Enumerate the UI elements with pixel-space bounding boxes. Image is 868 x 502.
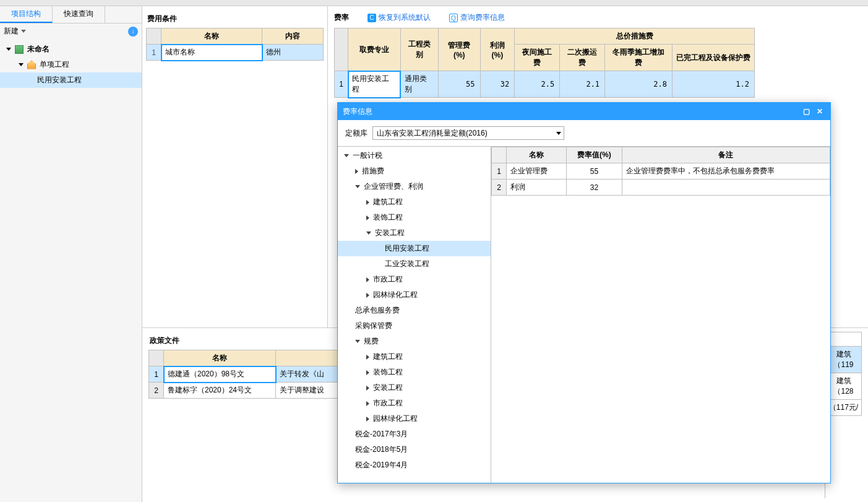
- table-row[interactable]: 建筑（119: [826, 347, 862, 373]
- caret-icon: [366, 355, 369, 360]
- dialog-title: 费率信息: [343, 106, 372, 117]
- reset-icon: C: [367, 14, 376, 22]
- tree-item[interactable]: 装饰工程: [338, 365, 491, 380]
- cost-condition-title: 费用条件: [146, 10, 324, 28]
- col-content: 内容: [262, 28, 324, 45]
- project-tree: 未命名 单项工程 民用安装工程: [0, 39, 142, 90]
- tree-leaf[interactable]: 民用安装工程: [0, 72, 142, 88]
- new-button[interactable]: 新建: [4, 26, 26, 37]
- city-name-cell[interactable]: 城市名称: [161, 45, 262, 61]
- tree-item[interactable]: 采购保管费: [338, 318, 491, 334]
- rate-detail-panel: 名称 费率值(%) 备注 1 企业管理费 55 企业管理费费率中，不包括总承包服…: [491, 146, 830, 483]
- table-row[interactable]: 1 城市名称 德州: [147, 45, 324, 61]
- tree-item[interactable]: 总承包服务费: [338, 303, 491, 318]
- cost-condition-table: 名称 内容 1 城市名称 德州: [146, 28, 324, 61]
- tree-item[interactable]: 安装工程: [338, 225, 491, 241]
- table-row[interactable]: 1 企业管理费 55 企业管理费费率中，不包括总承包服务费费率: [492, 163, 830, 180]
- tree-item[interactable]: 企业管理费、利润: [338, 179, 491, 194]
- table-row[interactable]: 建筑（128: [826, 373, 862, 400]
- table-row[interactable]: （117元/: [826, 400, 862, 416]
- col-type: 工程类别: [400, 28, 438, 71]
- policy-title: 政策文件: [148, 332, 340, 350]
- caret-icon: [366, 417, 369, 422]
- policy-table: 名称 1 德建通（2020）98号文 关于转发《山 2: [148, 350, 340, 399]
- tree-sub[interactable]: 单项工程: [0, 57, 142, 72]
- major-cell[interactable]: 民用安装工程: [348, 71, 401, 98]
- left-tabs: 项目结构 快速查询: [0, 6, 142, 24]
- maximize-icon[interactable]: ▢: [801, 107, 812, 116]
- tree-item[interactable]: 一般计税: [338, 148, 491, 163]
- quota-lib-select[interactable]: 山东省安装工程消耗量定额(2016): [372, 126, 564, 140]
- col-note: 备注: [622, 147, 830, 163]
- rate-detail-table: 名称 费率值(%) 备注 1 企业管理费 55 企业管理费费率中，不包括总承包服…: [491, 147, 830, 196]
- top-tabs: [0, 0, 868, 6]
- search-icon: Q: [449, 14, 458, 22]
- tree-item-selected[interactable]: 民用安装工程: [338, 241, 491, 256]
- caret-icon: [366, 215, 369, 220]
- tree-item[interactable]: 市政工程: [338, 272, 491, 287]
- tree-item[interactable]: 措施费: [338, 163, 491, 179]
- col-name: 名称: [164, 350, 276, 366]
- tree-item[interactable]: 园林绿化工程: [338, 411, 491, 426]
- rate-table: 取费专业 工程类别 管理费(%) 利润(%) 总价措施费 夜间施工费 二次搬运费…: [334, 28, 755, 98]
- caret-icon: [366, 386, 369, 391]
- tree-item[interactable]: 规费: [338, 334, 491, 349]
- caret-icon: [366, 293, 369, 298]
- tree-item[interactable]: 园林绿化工程: [338, 287, 491, 303]
- rate-title: 费率: [334, 12, 349, 23]
- tree-item[interactable]: 税金-2019年4月: [338, 457, 491, 473]
- col-night: 夜间施工费: [515, 45, 560, 71]
- chevron-down-icon: [556, 132, 561, 135]
- col-protect: 已完工程及设备保护费: [672, 45, 755, 71]
- tree-root[interactable]: 未命名: [0, 41, 142, 57]
- tree-item[interactable]: 建筑工程: [338, 349, 491, 365]
- col-major: 取费专业: [348, 28, 401, 71]
- chevron-down-icon: [21, 30, 26, 33]
- col-mgmt: 管理费(%): [438, 28, 480, 71]
- rate-tree: 一般计税 措施费 企业管理费、利润 建筑工程 装饰工程 安装工程 民用安装工程 …: [338, 146, 491, 483]
- caret-icon: [355, 185, 360, 188]
- table-row[interactable]: 1 民用安装工程 通用类别 55 32 2.5 2.1 2.8 1.2: [335, 71, 755, 98]
- table-row[interactable]: 2 利润 32: [492, 180, 830, 196]
- col-name: 名称: [161, 28, 262, 45]
- tree-item[interactable]: 工业安装工程: [338, 256, 491, 272]
- rate-info-dialog: 费率信息 ▢ ✕ 定额库 山东省安装工程消耗量定额(2016) 一般计税 措施费…: [337, 102, 831, 483]
- caret-icon: [366, 232, 371, 235]
- tab-project-structure[interactable]: 项目结构: [0, 6, 53, 23]
- caret-icon: [366, 200, 369, 205]
- table-row[interactable]: 1 德建通（2020）98号文 关于转发《山: [149, 366, 340, 383]
- caret-icon: [6, 48, 11, 51]
- col-value: 费率值(%): [566, 147, 622, 163]
- caret-icon: [366, 277, 369, 282]
- tab-quick-query[interactable]: 快速查询: [53, 6, 105, 23]
- col-name: 名称: [507, 147, 567, 163]
- tree-item[interactable]: 税金-2017年3月: [338, 426, 491, 442]
- col-profit: 利润(%): [480, 28, 515, 71]
- left-pane: 项目结构 快速查询 新建 ↓ 未命名 单项工程: [0, 6, 142, 502]
- collapse-icon[interactable]: ↓: [128, 27, 138, 37]
- caret-icon: [355, 340, 360, 343]
- close-icon[interactable]: ✕: [814, 107, 825, 116]
- query-rate-info-button[interactable]: Q 查询费率信息: [449, 12, 505, 23]
- table-row[interactable]: 2 鲁建标字（2020）24号文 关于调整建设: [149, 383, 340, 399]
- tree-item[interactable]: 装饰工程: [338, 210, 491, 225]
- caret-icon: [344, 154, 349, 157]
- dialog-titlebar[interactable]: 费率信息 ▢ ✕: [338, 103, 830, 120]
- house-icon: [27, 61, 36, 69]
- caret-icon: [366, 401, 369, 406]
- caret-icon: [19, 63, 24, 66]
- city-value-cell[interactable]: 德州: [262, 45, 324, 61]
- col-winter-rain: 冬雨季施工增加费: [605, 45, 672, 71]
- tree-item[interactable]: 市政工程: [338, 396, 491, 411]
- col-second-move: 二次搬运费: [560, 45, 605, 71]
- reset-to-default-button[interactable]: C 恢复到系统默认: [367, 12, 431, 23]
- quota-lib-label: 定额库: [345, 128, 367, 139]
- tree-item[interactable]: 安装工程: [338, 380, 491, 396]
- col-measure-group: 总价措施费: [515, 28, 755, 45]
- cost-condition-panel: 费用条件 名称 内容 1 城市名称 德州: [142, 6, 328, 327]
- building-icon: [15, 45, 24, 54]
- caret-icon: [366, 370, 369, 375]
- tree-item[interactable]: 税金-2018年5月: [338, 442, 491, 457]
- caret-icon: [355, 169, 358, 174]
- tree-item[interactable]: 建筑工程: [338, 194, 491, 210]
